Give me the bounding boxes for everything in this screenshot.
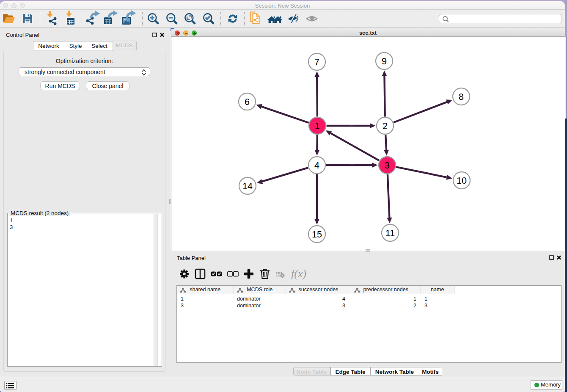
- svg-text:11: 11: [385, 228, 395, 238]
- svg-text:3: 3: [385, 160, 390, 171]
- svg-text:f(x): f(x): [291, 268, 306, 280]
- svg-text:10: 10: [457, 176, 467, 186]
- svg-text:2: 2: [383, 121, 388, 131]
- svg-text:1: 1: [315, 121, 320, 131]
- svg-text:8: 8: [459, 92, 464, 102]
- svg-text:4: 4: [314, 160, 319, 171]
- svg-text:14: 14: [242, 181, 253, 191]
- svg-text:9: 9: [382, 56, 387, 66]
- svg-text:6: 6: [245, 97, 250, 107]
- svg-text:15: 15: [312, 229, 322, 240]
- svg-text:7: 7: [314, 57, 319, 67]
